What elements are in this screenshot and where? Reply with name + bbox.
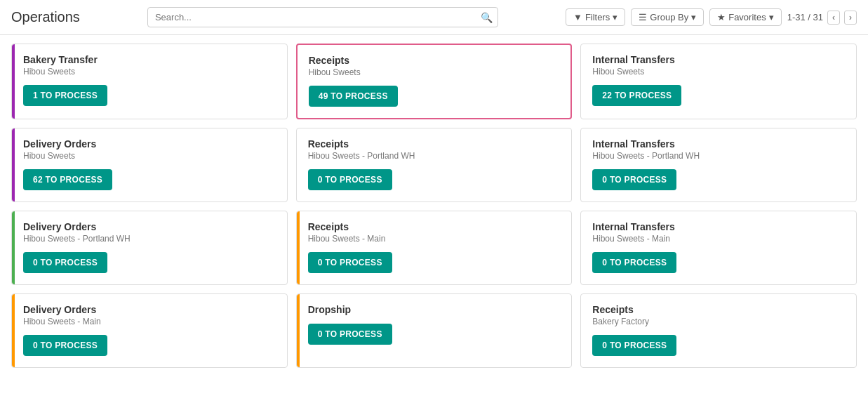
toolbar: ▼ Filters ▾ ☰ Group By ▾ ★ Favorites ▾ xyxy=(566,8,782,26)
groupby-icon: ☰ xyxy=(639,12,647,22)
favorites-dropdown-arrow: ▾ xyxy=(769,12,774,22)
favorites-button[interactable]: ★ Favorites ▾ xyxy=(709,8,781,26)
card-internal-transfers-hibou[interactable]: Internal Transfers Hibou Sweets 22 TO PR… xyxy=(580,44,857,119)
card-accent xyxy=(12,44,15,119)
filters-button[interactable]: ▼ Filters ▾ xyxy=(566,8,625,26)
card-subtitle: Hibou Sweets - Main xyxy=(592,234,845,244)
card-title: Bakery Transfer xyxy=(23,54,276,65)
pagination-next[interactable]: › xyxy=(844,11,857,25)
card-title: Receipts xyxy=(309,55,560,66)
card-internal-transfers-portland[interactable]: Internal Transfers Hibou Sweets - Portla… xyxy=(580,128,857,202)
card-receipts-hibou[interactable]: Receipts Hibou Sweets 49 TO PROCESS xyxy=(296,44,573,119)
process-button[interactable]: 0 TO PROCESS xyxy=(592,335,676,356)
card-bakery-transfer[interactable]: Bakery Transfer Hibou Sweets 1 TO PROCES… xyxy=(11,44,288,119)
process-button[interactable]: 62 TO PROCESS xyxy=(23,169,112,190)
card-title: Internal Transfers xyxy=(592,138,845,150)
page-title: Operations xyxy=(11,9,80,25)
card-delivery-orders-hibou[interactable]: Delivery Orders Hibou Sweets 62 TO PROCE… xyxy=(11,128,288,202)
search-input[interactable] xyxy=(147,7,498,27)
card-receipts-main[interactable]: Receipts Hibou Sweets - Main 0 TO PROCES… xyxy=(296,211,573,285)
card-subtitle: Hibou Sweets - Portland WH xyxy=(23,234,276,244)
process-button[interactable]: 0 TO PROCESS xyxy=(592,169,676,190)
card-subtitle: Hibou Sweets xyxy=(592,67,845,77)
card-subtitle: Hibou Sweets xyxy=(23,67,276,77)
card-accent xyxy=(297,294,300,367)
groupby-button[interactable]: ☰ Group By ▾ xyxy=(631,8,704,26)
card-title: Receipts xyxy=(308,138,561,150)
top-bar: Operations 🔍 ▼ Filters ▾ ☰ Group By ▾ ★ … xyxy=(0,0,868,35)
card-subtitle: Hibou Sweets - Main xyxy=(23,317,276,326)
groupby-dropdown-arrow: ▾ xyxy=(691,12,696,22)
card-subtitle: Hibou Sweets - Portland WH xyxy=(308,151,561,161)
card-delivery-orders-portland[interactable]: Delivery Orders Hibou Sweets - Portland … xyxy=(11,211,288,285)
card-subtitle: Bakery Factory xyxy=(592,317,845,326)
card-accent xyxy=(12,211,15,284)
card-title: Internal Transfers xyxy=(592,221,845,232)
card-title: Receipts xyxy=(308,221,561,232)
card-accent xyxy=(12,128,15,201)
filters-label: Filters xyxy=(585,12,610,22)
card-subtitle: Hibou Sweets - Main xyxy=(308,234,561,244)
process-button[interactable]: 22 TO PROCESS xyxy=(592,85,681,106)
card-title: Delivery Orders xyxy=(23,304,276,315)
card-grid: Bakery Transfer Hibou Sweets 1 TO PROCES… xyxy=(11,44,857,368)
card-title: Receipts xyxy=(592,304,845,315)
card-subtitle: Hibou Sweets xyxy=(23,151,276,161)
process-button[interactable]: 0 TO PROCESS xyxy=(592,252,676,273)
card-title: Internal Transfers xyxy=(592,54,845,65)
main-content: Bakery Transfer Hibou Sweets 1 TO PROCES… xyxy=(0,35,868,376)
process-button[interactable]: 0 TO PROCESS xyxy=(23,335,107,356)
filter-icon: ▼ xyxy=(573,12,582,22)
pagination-prev[interactable]: ‹ xyxy=(827,11,840,25)
card-receipts-portland[interactable]: Receipts Hibou Sweets - Portland WH 0 TO… xyxy=(296,128,573,202)
card-subtitle: Hibou Sweets - Portland WH xyxy=(592,151,845,161)
process-button[interactable]: 0 TO PROCESS xyxy=(308,169,392,190)
search-container: 🔍 xyxy=(147,7,498,27)
process-button[interactable]: 0 TO PROCESS xyxy=(308,252,392,273)
search-icon: 🔍 xyxy=(481,12,493,23)
process-button[interactable]: 1 TO PROCESS xyxy=(23,85,107,106)
pagination: 1-31 / 31 ‹ › xyxy=(787,11,857,25)
pagination-count: 1-31 / 31 xyxy=(787,12,823,22)
card-dropship[interactable]: Dropship 0 TO PROCESS xyxy=(296,293,573,368)
process-button[interactable]: 0 TO PROCESS xyxy=(308,324,392,345)
card-accent xyxy=(297,211,300,284)
card-accent xyxy=(12,294,15,367)
card-delivery-orders-main[interactable]: Delivery Orders Hibou Sweets - Main 0 TO… xyxy=(11,293,288,368)
card-subtitle: Hibou Sweets xyxy=(309,67,560,77)
card-receipts-bakery[interactable]: Receipts Bakery Factory 0 TO PROCESS xyxy=(580,293,857,368)
groupby-label: Group By xyxy=(650,12,688,22)
process-button[interactable]: 0 TO PROCESS xyxy=(23,252,107,273)
card-title: Delivery Orders xyxy=(23,138,276,150)
card-title: Delivery Orders xyxy=(23,221,276,232)
card-title: Dropship xyxy=(308,304,561,315)
star-icon: ★ xyxy=(717,12,726,22)
filters-dropdown-arrow: ▾ xyxy=(613,12,617,22)
favorites-label: Favorites xyxy=(728,12,766,22)
card-internal-transfers-main[interactable]: Internal Transfers Hibou Sweets - Main 0… xyxy=(580,211,857,285)
process-button[interactable]: 49 TO PROCESS xyxy=(309,86,398,107)
